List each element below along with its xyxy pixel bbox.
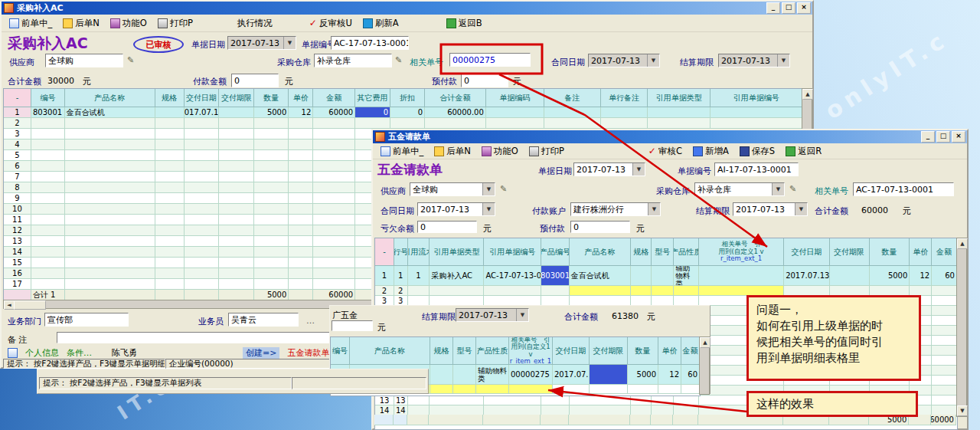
- cell[interactable]: [631, 286, 652, 296]
- chevron-down-icon[interactable]: ▼: [777, 54, 789, 67]
- cell[interactable]: [31, 247, 65, 258]
- scrollbar-thumb[interactable]: [14, 300, 46, 310]
- cell[interactable]: 2: [375, 286, 394, 296]
- cell[interactable]: [65, 247, 155, 258]
- cell[interactable]: 16: [4, 268, 31, 279]
- chevron-down-icon[interactable]: ▼: [648, 203, 660, 215]
- doc-date-select[interactable]: 2017-07-13▼: [573, 162, 645, 176]
- cell[interactable]: [430, 365, 453, 385]
- chevron-down-icon[interactable]: ▼: [283, 37, 296, 49]
- cell[interactable]: [651, 415, 673, 425]
- menu-item[interactable]: 打印P: [158, 18, 193, 29]
- chevron-down-icon[interactable]: ▼: [482, 203, 495, 215]
- cell[interactable]: 00000275: [509, 365, 553, 385]
- cell[interactable]: [254, 258, 289, 268]
- cell[interactable]: [483, 415, 541, 425]
- cell[interactable]: 803001: [31, 107, 65, 118]
- cell[interactable]: [289, 279, 313, 290]
- cell[interactable]: [289, 258, 313, 268]
- cell[interactable]: [570, 286, 632, 296]
- scroll-up-icon[interactable]: ▲: [957, 238, 968, 249]
- cell[interactable]: [313, 150, 355, 161]
- cell[interactable]: [31, 204, 65, 215]
- cell[interactable]: [155, 150, 185, 161]
- cell[interactable]: [155, 268, 185, 279]
- cell[interactable]: [185, 268, 220, 279]
- edit-icon[interactable]: ✎: [789, 184, 796, 194]
- cell[interactable]: [219, 215, 254, 225]
- cell[interactable]: [185, 290, 220, 300]
- cell[interactable]: [601, 107, 648, 118]
- cell[interactable]: [429, 415, 483, 425]
- cell[interactable]: [219, 204, 254, 215]
- cell[interactable]: [289, 118, 313, 129]
- paid-input[interactable]: 0: [231, 74, 279, 87]
- cell[interactable]: [313, 118, 355, 129]
- cell[interactable]: [65, 129, 155, 140]
- maximize-button[interactable]: □: [782, 2, 795, 14]
- cell[interactable]: [313, 225, 355, 236]
- owe-input[interactable]: [332, 320, 373, 331]
- cell[interactable]: [31, 193, 65, 204]
- menu-item[interactable]: 返回B: [446, 18, 482, 29]
- cell[interactable]: [313, 182, 355, 193]
- cell[interactable]: 15: [4, 258, 31, 268]
- cell[interactable]: [932, 326, 957, 336]
- menu-item[interactable]: ✓反审核U: [309, 18, 352, 29]
- cell[interactable]: [185, 182, 220, 193]
- cell[interactable]: [65, 279, 155, 290]
- cell[interactable]: [652, 266, 674, 286]
- edit-icon[interactable]: ✎: [395, 55, 402, 65]
- cell[interactable]: [219, 118, 254, 129]
- cell[interactable]: [254, 172, 289, 182]
- menu-item[interactable]: 刷新A: [363, 18, 399, 29]
- cell[interactable]: [4, 290, 31, 300]
- cell[interactable]: [590, 365, 628, 385]
- cell[interactable]: [541, 415, 569, 425]
- cell[interactable]: [254, 279, 289, 290]
- cell[interactable]: [570, 396, 632, 405]
- cell[interactable]: [289, 182, 313, 193]
- cell[interactable]: [681, 385, 700, 394]
- cell[interactable]: 60000: [931, 415, 956, 425]
- cell[interactable]: [932, 376, 957, 386]
- cell[interactable]: 60: [932, 266, 957, 286]
- doc-no-input[interactable]: AC-17-07-13-0001: [331, 36, 409, 50]
- cell[interactable]: [484, 396, 541, 405]
- cell[interactable]: 4: [4, 140, 31, 150]
- chevron-down-icon[interactable]: ▼: [647, 54, 659, 67]
- cell[interactable]: 60000: [313, 107, 355, 118]
- cell[interactable]: 0: [390, 107, 425, 118]
- cell[interactable]: 2017.07.13: [784, 266, 830, 286]
- cell[interactable]: [313, 258, 355, 268]
- cell[interactable]: [630, 415, 651, 425]
- cell[interactable]: 12: [289, 107, 313, 118]
- cell[interactable]: [219, 107, 254, 118]
- edit-icon[interactable]: ✎: [127, 55, 134, 65]
- cell[interactable]: [710, 118, 802, 129]
- cell[interactable]: [155, 236, 185, 247]
- cell[interactable]: [289, 172, 313, 182]
- menu-item[interactable]: 后单N: [63, 18, 100, 29]
- chevron-down-icon[interactable]: ▼: [482, 183, 495, 195]
- cell[interactable]: [289, 215, 313, 225]
- cell[interactable]: 12: [658, 365, 681, 385]
- cell[interactable]: [155, 258, 185, 268]
- cell[interactable]: [219, 140, 254, 150]
- cell[interactable]: [185, 215, 220, 225]
- create-button[interactable]: 创建=>: [243, 347, 279, 359]
- cell[interactable]: [31, 279, 65, 290]
- cell[interactable]: [430, 385, 453, 394]
- cell[interactable]: [313, 247, 355, 258]
- cell[interactable]: [932, 286, 957, 296]
- cell[interactable]: 17: [4, 279, 31, 290]
- cell[interactable]: [185, 258, 220, 268]
- cell[interactable]: [374, 415, 394, 425]
- supplier-input[interactable]: 全球购: [45, 54, 123, 67]
- cell[interactable]: [65, 290, 155, 300]
- pay-account-select[interactable]: 建行株洲分行▼: [570, 202, 661, 216]
- cell[interactable]: [65, 236, 155, 247]
- dept-input[interactable]: 宣传部: [44, 313, 129, 327]
- scroll-up-icon[interactable]: ▲: [802, 89, 813, 100]
- scroll-left-icon[interactable]: ◄: [4, 300, 15, 310]
